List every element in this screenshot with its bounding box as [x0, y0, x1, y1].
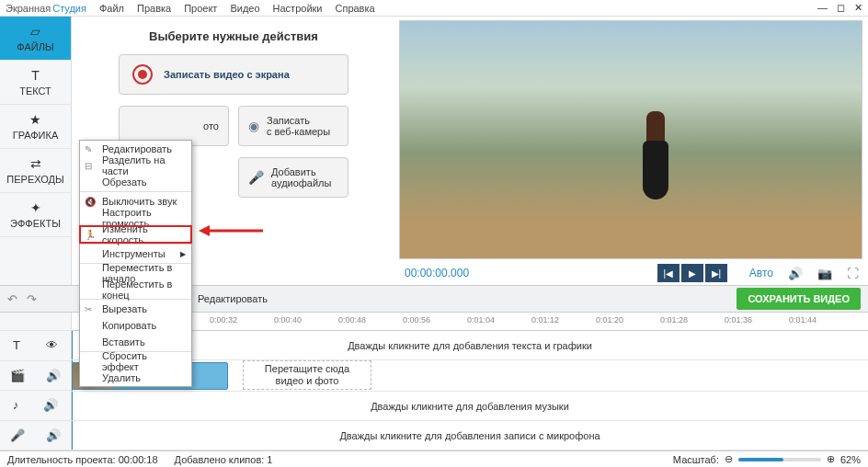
next-frame-button[interactable]: ▶| [705, 264, 727, 282]
track-headers: T👁 🎬🔊 ♪🔊 🎤🔊 [0, 313, 72, 450]
mic-icon: 🎤 [248, 170, 264, 185]
titlebar: Экранная Студия Файл Правка Проект Видео… [0, 0, 868, 17]
split-icon: ⊟ [85, 161, 92, 171]
zoom-slider[interactable] [738, 458, 821, 461]
ctx-reset-fx[interactable]: Сбросить эффект [80, 353, 191, 370]
effects-icon: ✦ [30, 200, 41, 215]
transitions-icon: ⇄ [30, 156, 41, 171]
sidebar-tab-files[interactable]: ▱ФАЙЛЫ [0, 17, 71, 61]
preview-panel: 00:00:00.000 |◀ ▶ ▶| Авто 🔊 📷 ⛶ [395, 17, 868, 285]
drop-zone[interactable]: Перетащите сюдавидео и фото [243, 360, 371, 390]
ctx-tools[interactable]: Инструменты▶ [80, 245, 191, 262]
preview-canvas[interactable] [399, 20, 862, 259]
ctx-cut[interactable]: ✂Вырезать [80, 301, 191, 317]
text-track-icon[interactable]: T [13, 338, 20, 352]
minimize-icon[interactable]: — [817, 2, 828, 14]
speaker-icon[interactable]: 🔊 [46, 369, 61, 382]
menu-edit[interactable]: Правка [137, 3, 171, 14]
preview-content [640, 111, 671, 212]
visibility-icon[interactable]: 👁 [46, 338, 58, 352]
fullscreen-icon[interactable]: ⛶ [847, 267, 859, 280]
chevron-right-icon: ▶ [180, 250, 186, 258]
ctx-speed[interactable]: 🏃Изменить скорость [80, 226, 191, 243]
sidebar-tab-transitions[interactable]: ⇄ПЕРЕХОДЫ [0, 149, 71, 193]
video-track-icon[interactable]: 🎬 [10, 369, 25, 382]
clip-count: 1 [267, 454, 272, 465]
add-audio-button[interactable]: 🎤 Добавитьаудиофайлы [238, 157, 348, 198]
edit-button[interactable]: ✎Редактировать [185, 293, 268, 305]
ctx-split: ⊟Разделить на части [80, 157, 191, 174]
timecode: 00:00:00.000 [405, 267, 469, 279]
menu-project[interactable]: Проект [184, 3, 217, 14]
start-heading: Выберите нужные действия [149, 29, 318, 43]
mic-track-icon[interactable]: 🎤 [10, 428, 25, 442]
statusbar: Длительность проекта: 00:00:18 Добавлено… [0, 450, 868, 467]
sidebar-tab-effects[interactable]: ✦ЭФФЕКТЫ [0, 193, 71, 237]
menu-file[interactable]: Файл [99, 3, 124, 14]
speed-icon: 🏃 [85, 230, 96, 240]
menu-video[interactable]: Видео [230, 3, 259, 14]
sidebar: ▱ФАЙЛЫ TТЕКСТ ★ГРАФИКА ⇄ПЕРЕХОДЫ ✦ЭФФЕКТ… [0, 17, 72, 285]
context-menu: ✎Редактировать ⊟Разделить на части Обрез… [79, 140, 192, 387]
zoom-percent: 62% [840, 454, 861, 465]
music-track-icon[interactable]: ♪ [13, 398, 19, 412]
maximize-icon[interactable]: ◻ [837, 2, 845, 14]
save-video-button[interactable]: СОХРАНИТЬ ВИДЕО [737, 288, 861, 310]
zoom-in-button[interactable]: ⊕ [827, 453, 835, 465]
brand-part1: Экранная [6, 3, 51, 14]
record-icon [132, 64, 153, 85]
ctx-crop[interactable]: Обрезать [80, 174, 191, 190]
scissors-icon: ✂ [85, 304, 92, 314]
ctx-move-end: Переместить в конец [80, 281, 191, 298]
brand-part2: Студия [52, 3, 86, 14]
menu-settings[interactable]: Настройки [273, 3, 323, 14]
sidebar-tab-graphics[interactable]: ★ГРАФИКА [0, 105, 71, 149]
ctx-delete[interactable]: Удалить [80, 370, 191, 386]
files-icon: ▱ [30, 24, 40, 39]
record-webcam-button[interactable]: ◉ Записатьс веб-камеры [238, 106, 348, 146]
snapshot-icon[interactable]: 📷 [817, 267, 832, 280]
project-duration: 00:00:18 [119, 454, 158, 465]
ctx-paste: Вставить [80, 334, 191, 350]
svg-marker-1 [199, 225, 210, 236]
redo-button[interactable]: ↷ [27, 292, 37, 306]
text-icon: T [31, 68, 40, 83]
star-icon: ★ [29, 112, 41, 127]
menu-help[interactable]: Справка [335, 3, 374, 14]
speaker-icon[interactable]: 🔊 [46, 428, 61, 442]
ctx-copy[interactable]: Копировать [80, 317, 191, 334]
sidebar-tab-text[interactable]: TТЕКСТ [0, 61, 71, 105]
undo-button[interactable]: ↶ [7, 292, 17, 306]
music-track[interactable]: Дважды кликните для добавления музыки [72, 392, 868, 421]
play-button[interactable]: ▶ [681, 264, 703, 282]
prev-frame-button[interactable]: |◀ [657, 264, 680, 282]
zoom-out-button[interactable]: ⊖ [725, 453, 733, 465]
mic-track[interactable]: Дважды кликните для добавления записи с … [72, 421, 868, 450]
record-screen-button[interactable]: Записать видео с экрана [119, 54, 348, 95]
close-icon[interactable]: ✕ [854, 2, 862, 14]
auto-label[interactable]: Авто [749, 267, 773, 279]
mute-icon: 🔇 [85, 197, 96, 207]
annotation-arrow [199, 224, 263, 237]
volume-icon[interactable]: 🔊 [788, 267, 803, 280]
pencil-icon: ✎ [85, 144, 92, 154]
speaker-icon[interactable]: 🔊 [43, 398, 58, 412]
webcam-icon: ◉ [248, 119, 259, 133]
